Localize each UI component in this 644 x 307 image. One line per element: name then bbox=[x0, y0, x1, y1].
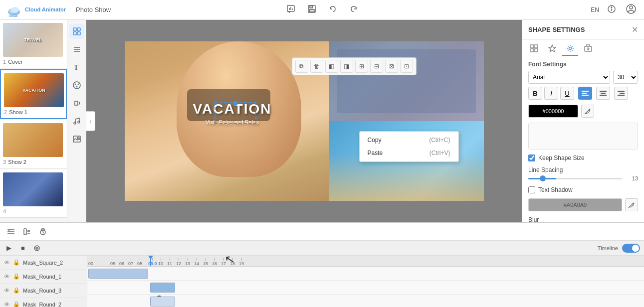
timeline-toggle[interactable] bbox=[622, 244, 640, 253]
svg-rect-34 bbox=[535, 45, 538, 48]
play-btn[interactable]: ▶ bbox=[4, 243, 14, 253]
lock-mask-square-2[interactable]: 🔒 bbox=[13, 259, 20, 266]
palette-icon-btn[interactable] bbox=[69, 78, 84, 93]
thumbnail-show1[interactable]: VACATION 2 Show 1 bbox=[0, 69, 67, 119]
rp-tab-grid[interactable] bbox=[526, 42, 542, 56]
language-button[interactable]: EN bbox=[591, 6, 599, 13]
record-btn[interactable] bbox=[32, 243, 42, 253]
save-button[interactable] bbox=[305, 2, 318, 17]
rp-tab-star[interactable] bbox=[544, 42, 560, 56]
color-swatch[interactable]: #000000 bbox=[528, 105, 578, 118]
tool-front-btn[interactable]: ⊟ bbox=[370, 60, 383, 73]
main-content: TRAVEL 1 Cover VACATION 2 Show 1 3 Show … bbox=[0, 20, 644, 222]
redo-button[interactable] bbox=[347, 2, 360, 17]
tl-keyframe-btn[interactable] bbox=[21, 226, 33, 238]
tool-flip-h-btn[interactable]: ◧ bbox=[325, 60, 338, 73]
font-row: Arial Times New Roman Helvetica 30 20 24… bbox=[528, 71, 638, 84]
import-button[interactable] bbox=[284, 2, 297, 17]
svg-point-25 bbox=[74, 84, 76, 85]
project-title: Photo Show bbox=[76, 6, 111, 13]
shadow-color-swatch[interactable]: #A0A0A0 bbox=[528, 198, 622, 211]
audio-icon-btn[interactable] bbox=[69, 96, 84, 111]
timeline-controls: ▶ ■ Timeline bbox=[0, 241, 644, 256]
underline-btn[interactable]: U bbox=[560, 87, 574, 100]
logo: Cloud Cloud Animator bbox=[6, 2, 66, 18]
line-spacing-label: Line Spacing bbox=[528, 166, 638, 173]
user-button[interactable] bbox=[624, 2, 638, 18]
track-bar-mask-round-1[interactable] bbox=[150, 283, 175, 293]
music-icon-btn[interactable] bbox=[69, 114, 84, 129]
tool-dup-btn[interactable]: ⊞ bbox=[355, 60, 368, 73]
svg-marker-28 bbox=[75, 101, 78, 105]
visibility-mask-round-2[interactable]: 👁 bbox=[4, 301, 10, 307]
align-left-btn[interactable] bbox=[578, 87, 592, 100]
bold-btn[interactable]: B bbox=[528, 87, 542, 100]
right-panel-close-btn[interactable]: ✕ bbox=[632, 25, 638, 34]
context-copy[interactable]: Copy (Ctrl+C) bbox=[360, 134, 458, 147]
shadow-eyedropper-btn[interactable] bbox=[625, 198, 638, 211]
svg-rect-9 bbox=[310, 5, 313, 8]
stop-btn[interactable]: ■ bbox=[18, 243, 28, 253]
svg-rect-17 bbox=[77, 28, 80, 31]
svg-line-59 bbox=[43, 232, 44, 233]
eyedropper-btn[interactable] bbox=[581, 105, 594, 118]
undo-button[interactable] bbox=[326, 2, 339, 17]
image-rail-icon-btn[interactable] bbox=[69, 132, 84, 147]
thumbnail-cover[interactable]: TRAVEL 1 Cover bbox=[0, 20, 67, 68]
svg-point-27 bbox=[76, 86, 77, 88]
tool-copy-btn[interactable]: ⧉ bbox=[295, 60, 308, 73]
thumbnail-4[interactable]: 4 bbox=[0, 169, 67, 218]
context-paste[interactable]: Paste (Ctrl+V) bbox=[360, 147, 458, 159]
rp-tab-settings[interactable] bbox=[562, 42, 578, 56]
svg-rect-18 bbox=[73, 32, 76, 35]
keep-shape-size-checkbox[interactable] bbox=[528, 154, 535, 161]
lock-mask-round-2[interactable]: 🔒 bbox=[13, 301, 20, 307]
tool-back-btn[interactable]: ⊠ bbox=[385, 60, 398, 73]
svg-point-62 bbox=[35, 247, 38, 250]
font-family-select[interactable]: Arial Times New Roman Helvetica bbox=[528, 71, 610, 84]
collapse-panel-btn[interactable]: ‹ bbox=[86, 111, 95, 131]
canvas-sub-text: Visit, Enjoy and Relax bbox=[193, 119, 271, 125]
shadow-color-label: #A0A0A0 bbox=[564, 202, 587, 208]
align-right-btn[interactable] bbox=[614, 87, 628, 100]
topbar-right: EN bbox=[591, 2, 638, 18]
color-section: #000000 bbox=[528, 105, 638, 118]
info-button[interactable] bbox=[605, 2, 618, 17]
tl-layers-btn[interactable] bbox=[5, 226, 17, 238]
svg-point-24 bbox=[73, 82, 80, 89]
tool-delete-btn[interactable]: 🗑 bbox=[310, 60, 323, 73]
text-shadow-checkbox[interactable] bbox=[528, 186, 535, 193]
tool-group-btn[interactable]: ⊡ bbox=[400, 60, 413, 73]
line-spacing-slider[interactable] bbox=[528, 178, 622, 179]
svg-point-2 bbox=[11, 7, 19, 13]
tool-flip-v-btn[interactable]: ◨ bbox=[340, 60, 353, 73]
line-spacing-value: 13 bbox=[626, 175, 638, 181]
lock-mask-round-3[interactable]: 🔒 bbox=[13, 287, 20, 294]
list-icon-btn[interactable] bbox=[69, 42, 84, 57]
layers-icon-btn[interactable] bbox=[69, 24, 84, 39]
font-settings-label: Font Settings bbox=[528, 61, 638, 68]
canvas-main-text: VACATION bbox=[193, 101, 271, 117]
lock-mask-round-1[interactable]: 🔒 bbox=[13, 273, 20, 280]
blur-label: Blur bbox=[528, 216, 638, 222]
visibility-mask-square-2[interactable]: 👁 bbox=[4, 259, 10, 266]
visibility-mask-round-3[interactable]: 👁 bbox=[4, 287, 10, 294]
align-center-btn[interactable] bbox=[596, 87, 610, 100]
svg-rect-10 bbox=[309, 9, 314, 12]
font-size-select[interactable]: 30 20 24 36 48 bbox=[613, 71, 638, 84]
track-bar-row-2 bbox=[87, 281, 644, 295]
track-bar-mask-round-3[interactable] bbox=[150, 297, 175, 307]
thumb-img-cover: TRAVEL bbox=[3, 23, 63, 57]
rp-tab-export[interactable] bbox=[580, 42, 596, 56]
text-rail-icon-btn[interactable]: T bbox=[69, 60, 84, 75]
thumbnail-show2[interactable]: 3 Show 2 bbox=[0, 120, 67, 168]
thumb-img-show1: VACATION bbox=[4, 73, 64, 107]
text-style-row: B I U bbox=[528, 87, 638, 100]
text-preview-box[interactable] bbox=[528, 123, 638, 150]
canvas[interactable]: VACATION Visit, Enjoy and Relax ⧉ 🗑 ◧ ◨ … bbox=[125, 41, 484, 201]
track-bar-mask-square-2[interactable] bbox=[88, 269, 148, 279]
visibility-mask-round-1[interactable]: 👁 bbox=[4, 273, 10, 280]
italic-btn[interactable]: I bbox=[544, 87, 558, 100]
shadow-color-row: #A0A0A0 bbox=[528, 198, 638, 211]
tl-time-btn[interactable] bbox=[37, 226, 49, 238]
